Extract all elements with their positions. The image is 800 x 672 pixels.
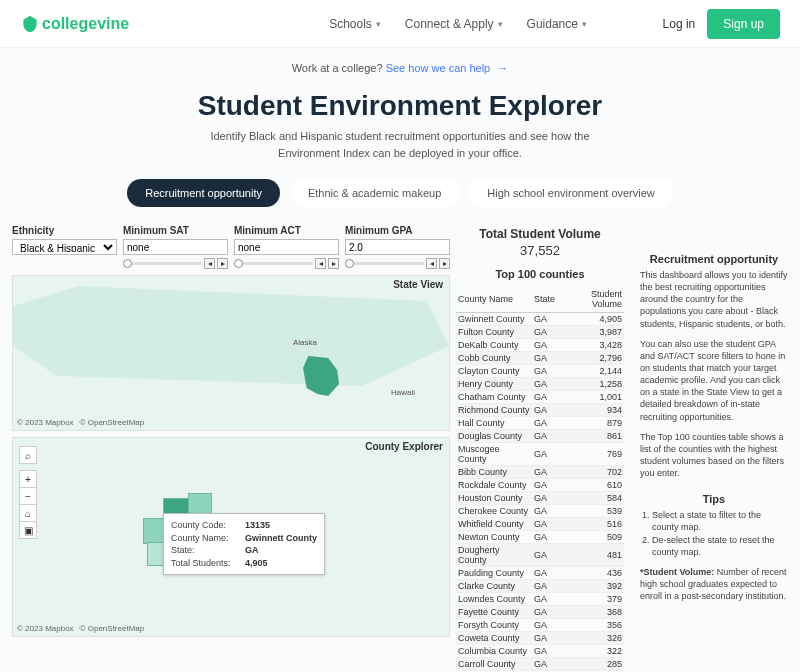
tips-list: Select a state to filter to the county m…: [640, 509, 788, 558]
act-prev[interactable]: ◂: [315, 258, 326, 269]
table-row[interactable]: Cobb CountyGA2,796: [456, 352, 624, 365]
table-row[interactable]: Chatham CountyGA1,001: [456, 391, 624, 404]
table-row[interactable]: Fulton CountyGA3,987: [456, 326, 624, 339]
table-row[interactable]: Coweta CountyGA326: [456, 632, 624, 645]
tab-ethnic[interactable]: Ethnic & academic makeup: [290, 179, 459, 207]
table-row[interactable]: Whitfield CountyGA516: [456, 518, 624, 531]
nav-schools[interactable]: Schools▾: [329, 17, 381, 31]
gpa-slider[interactable]: [345, 262, 424, 265]
table-row[interactable]: Columbia CountyGA322: [456, 645, 624, 658]
table-row[interactable]: Douglas CountyGA861: [456, 430, 624, 443]
info-p3: The Top 100 counties table shows a list …: [640, 431, 788, 480]
ethnicity-select[interactable]: Black & Hispanic: [12, 239, 117, 255]
map-search-icon[interactable]: ⌕: [19, 446, 37, 464]
table-row[interactable]: Rockdale CountyGA610: [456, 479, 624, 492]
state-map[interactable]: State View Alaska Hawaii © 2023 Mapbox© …: [12, 275, 450, 431]
student-volume-def: *Student Volume: Number of recent high s…: [640, 566, 788, 602]
ethnicity-label: Ethnicity: [12, 225, 117, 236]
table-row[interactable]: Richmond CountyGA934: [456, 404, 624, 417]
page-subtitle: Identify Black and Hispanic student recr…: [190, 128, 610, 161]
page-title: Student Environment Explorer: [0, 78, 800, 128]
table-row[interactable]: Fayette CountyGA368: [456, 606, 624, 619]
table-row[interactable]: Gwinnett CountyGA4,905: [456, 313, 624, 326]
gpa-next[interactable]: ▸: [439, 258, 450, 269]
sat-input[interactable]: [123, 239, 228, 255]
map-layers-icon[interactable]: ▣: [19, 521, 37, 539]
table-row[interactable]: Henry CountyGA1,258: [456, 378, 624, 391]
hawaii-inset: Hawaii: [391, 388, 415, 397]
chevron-down-icon: ▾: [498, 19, 503, 29]
table-row[interactable]: Clarke CountyGA392: [456, 580, 624, 593]
login-link[interactable]: Log in: [663, 17, 696, 31]
table-row[interactable]: Hall CountyGA879: [456, 417, 624, 430]
chevron-down-icon: ▾: [376, 19, 381, 29]
state-map-label: State View: [393, 279, 443, 290]
gpa-label: Minimum GPA: [345, 225, 450, 236]
gpa-prev[interactable]: ◂: [426, 258, 437, 269]
tip-1: Select a state to filter to the county m…: [652, 509, 788, 533]
table-row[interactable]: Cherokee CountyGA539: [456, 505, 624, 518]
sat-next[interactable]: ▸: [217, 258, 228, 269]
arrow-right-icon: →: [497, 62, 508, 74]
tip-2: De-select the state to reset the county …: [652, 534, 788, 558]
county-map-label: County Explorer: [365, 441, 443, 452]
info-p2: You can also use the student GPA and SAT…: [640, 338, 788, 423]
table-row[interactable]: Lowndes CountyGA379: [456, 593, 624, 606]
map-zoom-out[interactable]: −: [19, 487, 37, 505]
tab-recruitment[interactable]: Recruitment opportunity: [127, 179, 280, 207]
table-row[interactable]: Paulding CountyGA436: [456, 567, 624, 580]
total-volume-label: Total Student Volume: [456, 227, 624, 241]
tab-overview[interactable]: High school environment overview: [469, 179, 673, 207]
counties-title: Top 100 counties: [456, 268, 624, 280]
table-row[interactable]: Forsyth CountyGA356: [456, 619, 624, 632]
map-home-icon[interactable]: ⌂: [19, 504, 37, 522]
alaska-inset: Alaska: [293, 338, 317, 347]
table-row[interactable]: Clayton CountyGA2,144: [456, 365, 624, 378]
table-row[interactable]: Newton CountyGA509: [456, 531, 624, 544]
view-tabs: Recruitment opportunity Ethnic & academi…: [0, 161, 800, 219]
logo[interactable]: collegevine: [20, 14, 129, 34]
table-row[interactable]: DeKalb CountyGA3,428: [456, 339, 624, 352]
promo-banner: Work at a college? See how we can help →: [0, 48, 800, 78]
county-map[interactable]: County Explorer ⌕ + − ⌂ ▣ County Code:13…: [12, 437, 450, 637]
logo-text: collegevine: [42, 15, 129, 33]
act-slider[interactable]: [234, 262, 313, 265]
main-nav: Schools▾ Connect & Apply▾ Guidance▾: [329, 17, 587, 31]
act-label: Minimum ACT: [234, 225, 339, 236]
gpa-input[interactable]: [345, 239, 450, 255]
tips-title: Tips: [640, 493, 788, 505]
signup-button[interactable]: Sign up: [707, 9, 780, 39]
act-input[interactable]: [234, 239, 339, 255]
table-row[interactable]: Dougherty CountyGA481: [456, 544, 624, 567]
sat-label: Minimum SAT: [123, 225, 228, 236]
table-row[interactable]: Bibb CountyGA702: [456, 466, 624, 479]
total-volume-value: 37,552: [456, 243, 624, 258]
state-map-attrib: © 2023 Mapbox© OpenStreetMap: [17, 418, 150, 427]
sat-slider[interactable]: [123, 262, 202, 265]
sat-prev[interactable]: ◂: [204, 258, 215, 269]
nav-guidance[interactable]: Guidance▾: [527, 17, 587, 31]
info-p1: This dashboard allows you to identify th…: [640, 269, 788, 330]
counties-table: County Name State Student Volume Gwinnet…: [456, 286, 624, 672]
nav-connect[interactable]: Connect & Apply▾: [405, 17, 503, 31]
table-row[interactable]: Carroll CountyGA285: [456, 658, 624, 671]
county-tooltip: County Code:13135 County Name:Gwinnett C…: [163, 513, 325, 575]
table-row[interactable]: Houston CountyGA584: [456, 492, 624, 505]
chevron-down-icon: ▾: [582, 19, 587, 29]
table-row[interactable]: Muscogee CountyGA769: [456, 443, 624, 466]
act-next[interactable]: ▸: [328, 258, 339, 269]
info-title: Recruitment opportunity: [640, 253, 788, 265]
map-zoom-in[interactable]: +: [19, 470, 37, 488]
promo-link[interactable]: See how we can help: [386, 62, 491, 74]
county-map-attrib: © 2023 Mapbox© OpenStreetMap: [17, 624, 150, 633]
